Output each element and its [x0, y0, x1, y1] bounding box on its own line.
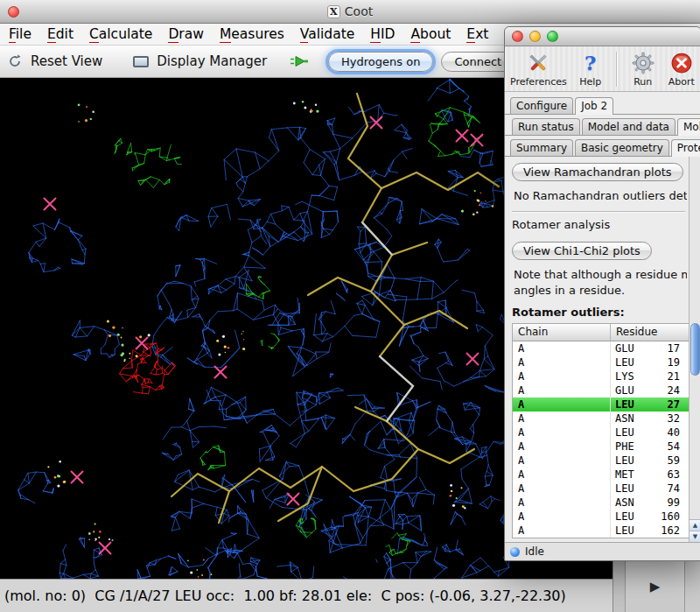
reset-view-label[interactable]: Reset View [31, 53, 102, 69]
preferences-button[interactable]: Preferences [510, 51, 567, 88]
dialog-statusbar: Idle [505, 542, 700, 560]
help-label: Help [579, 76, 601, 88]
hydrogens-on-button[interactable]: Hydrogens on [328, 52, 433, 72]
menu-ext[interactable]: Ext [466, 26, 488, 42]
table-row[interactable]: ALEU40 [513, 426, 689, 440]
toolbar-separator [616, 52, 618, 87]
table-row[interactable]: AASN32 [513, 412, 689, 426]
table-row[interactable]: ALEU59 [513, 454, 689, 468]
abort-label: Abort [668, 76, 695, 88]
dialog-scrollbar[interactable]: ▲ ▼ [689, 157, 700, 542]
abort-icon [670, 51, 693, 75]
statusbar: (mol. no: 0) CG /1/A/27 LEU occ: 1.00 bf… [0, 579, 700, 612]
dialog-minimize-button[interactable] [529, 31, 541, 42]
titlebar[interactable]: X Coot [0, 0, 700, 24]
gear-icon [632, 51, 654, 75]
tabs-configure-job: ConfigureJob 2 [505, 92, 700, 115]
status-orb-icon [510, 547, 520, 557]
tab-configure[interactable]: Configure [510, 97, 573, 114]
view-chi-plots-button[interactable]: View Chi1-Chi2 plots [512, 242, 652, 260]
rotamer-note-line1: Note that although a residue may lie [514, 268, 687, 281]
menu-draw[interactable]: Draw [168, 26, 204, 42]
display-manager-icon[interactable] [133, 56, 149, 67]
dialog-titlebar[interactable] [505, 27, 700, 46]
menu-calculate[interactable]: Calculate [89, 26, 152, 42]
table-row[interactable]: APHE54 [513, 440, 689, 454]
table-header: ChainResidue [513, 324, 689, 341]
dialog-content: View Ramachandran plots No Ramachandran … [505, 157, 700, 542]
run-label: Run [634, 76, 652, 88]
rotamer-outliers-table: ChainResidue AGLU17ALEU19ALYS21AGLU24ALE… [512, 323, 689, 538]
table-row[interactable]: ALEU74 [513, 482, 689, 496]
rotamer-outliers-label: Rotamer outliers: [512, 306, 689, 319]
menu-about[interactable]: About [410, 26, 451, 42]
scrollbar-thumb[interactable] [690, 323, 700, 376]
window-title-group: X Coot [327, 4, 373, 18]
table-row[interactable]: ALYS21 [513, 369, 689, 383]
abort-button[interactable]: Abort [667, 51, 696, 88]
tab-summary[interactable]: Summary [510, 139, 573, 156]
play-button[interactable]: ▶ [626, 561, 684, 612]
dialog-toolbar: Preferences ? Help Run [505, 46, 700, 92]
window-title: Coot [345, 4, 373, 18]
preferences-label: Preferences [510, 76, 567, 88]
protein-tab-content: View Ramachandran plots No Ramachandran … [505, 157, 689, 542]
view-ramachandran-button[interactable]: View Ramachandran plots [512, 163, 683, 181]
tabs-molprobity-sections: SummaryBasic geometryProteinC [505, 136, 700, 157]
molprobity-dialog: Preferences ? Help Run [504, 26, 700, 561]
table-row[interactable]: AASN99 [513, 496, 689, 510]
display-manager-label[interactable]: Display Manager [157, 53, 267, 69]
dialog-status-text: Idle [525, 545, 544, 558]
column-header-residue[interactable]: Residue [611, 324, 689, 341]
help-icon: ? [584, 51, 596, 75]
play-icon: ▶ [650, 579, 661, 594]
scroll-down-button[interactable]: ▼ [690, 531, 700, 542]
table-row[interactable]: AMET63 [513, 468, 689, 482]
menu-file[interactable]: File [9, 26, 32, 42]
preferences-icon [527, 51, 550, 75]
ramachandran-status: No Ramachandran outliers detected [514, 189, 687, 202]
close-button[interactable] [8, 6, 19, 18]
tab-run-status[interactable]: Run status [512, 118, 580, 135]
separator [512, 211, 685, 213]
side-panel-right [684, 561, 700, 612]
scroll-up-button[interactable]: ▲ [690, 519, 700, 531]
menu-validate[interactable]: Validate [300, 26, 354, 42]
table-row[interactable]: ALEU19 [513, 355, 689, 369]
dialog-zoom-button[interactable] [547, 31, 558, 42]
reset-view-icon[interactable] [7, 53, 23, 69]
tab-protein[interactable]: Protein [671, 139, 700, 157]
dialog-close-button[interactable] [512, 31, 523, 42]
table-row[interactable]: ALEU27 [513, 397, 689, 412]
tab-molprobity[interactable]: MolProbity [677, 118, 700, 136]
status-text: (mol. no: 0) CG /1/A/27 LEU occ: 1.00 bf… [4, 587, 566, 604]
menu-edit[interactable]: Edit [47, 26, 74, 42]
help-button[interactable]: ? Help [576, 51, 606, 88]
run-button[interactable]: Run [628, 51, 658, 88]
table-body: AGLU17ALEU19ALYS21AGLU24ALEU27AASN32ALEU… [513, 341, 689, 538]
table-row[interactable]: ALEU160 [513, 510, 689, 524]
side-panel: ▶ [612, 560, 700, 612]
tab-job-2[interactable]: Job 2 [575, 97, 613, 115]
side-panel-strip [613, 561, 626, 612]
menu-measures[interactable]: Measures [220, 26, 284, 42]
tab-basic-geometry[interactable]: Basic geometry [575, 139, 669, 156]
table-row[interactable]: AGLU17 [513, 341, 689, 355]
table-row[interactable]: ALEU162 [513, 524, 689, 538]
column-header-chain[interactable]: Chain [513, 324, 611, 341]
x11-icon: X [327, 5, 340, 18]
rotamer-analysis-label: Rotamer analysis [512, 218, 689, 231]
tab-model-and-data[interactable]: Model and data [582, 118, 676, 135]
table-row[interactable]: AGLU24 [513, 383, 689, 397]
rotamer-note-line2: angles in a residue. [514, 284, 687, 297]
menu-hid[interactable]: HID [370, 26, 395, 42]
green-arrow-icon[interactable] [289, 55, 310, 67]
tabs-job-sections: Run statusModel and dataMolProbity [505, 115, 700, 136]
